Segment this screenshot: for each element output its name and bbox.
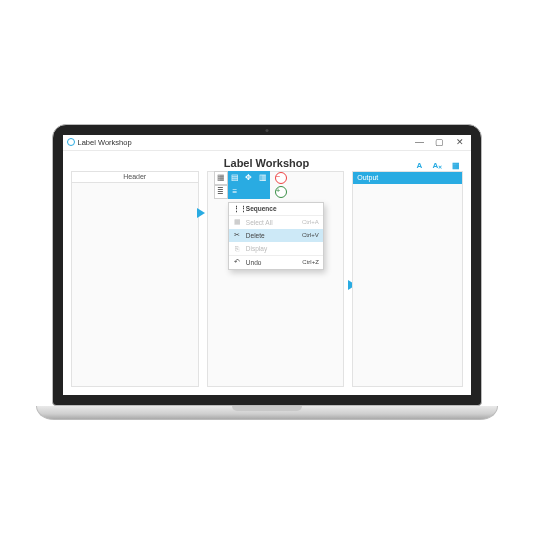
tool-wide-button[interactable] (242, 185, 270, 199)
menu-item-label: Undo (246, 259, 299, 266)
context-menu: ⋮⋮ Sequence ▦ Select All Ctrl+A ✂ Delete… (228, 202, 324, 270)
right-panel-header: Output (353, 172, 461, 184)
clear-format-button[interactable]: A✕ (431, 160, 445, 171)
tool-move-button[interactable]: ✥ (242, 171, 256, 185)
right-toolbar: A A✕ ▦ (413, 160, 463, 171)
tool-barcode-button[interactable]: ▤ (228, 171, 242, 185)
list-icon: ≣ (217, 187, 224, 196)
left-panel: Header (71, 171, 199, 387)
maximize-button[interactable]: ▢ (433, 137, 447, 147)
menu-item-shortcut: Ctrl+V (302, 232, 319, 238)
menu-item-delete[interactable]: ✂ Delete Ctrl+V (229, 229, 323, 242)
right-panel: A A✕ ▦ Output (352, 171, 462, 387)
close-button[interactable]: ✕ (453, 137, 467, 147)
layers-icon: ▥ (259, 173, 267, 182)
tool-layers-button[interactable]: ▥ (256, 171, 270, 185)
menu-item-shortcut: Ctrl+Z (302, 259, 319, 265)
tool-add-button[interactable]: + (274, 185, 288, 199)
layout-icon: ▦ (452, 161, 460, 170)
page-title: Label Workshop (63, 151, 471, 173)
menu-item-label: Select All (246, 219, 298, 226)
display-icon: ⎘ (233, 245, 242, 252)
tool-list-button[interactable]: ≣ (214, 185, 228, 199)
menu-item-display[interactable]: ⎘ Display (229, 242, 323, 255)
delete-icon: ✂ (233, 231, 242, 239)
screen-bezel: Label Workshop — ▢ ✕ Label Workshop Head… (52, 124, 482, 406)
x-icon: ✕ (438, 164, 442, 170)
arrow-right-icon (197, 208, 205, 218)
titlebar-left: Label Workshop (67, 138, 132, 147)
layout-button[interactable]: ▦ (449, 160, 463, 171)
move-icon: ✥ (245, 173, 252, 182)
laptop-mockup: Label Workshop — ▢ ✕ Label Workshop Head… (52, 124, 482, 420)
center-toolbar: ▦ ▤ ✥ ▥ − ≣ ≡ + (214, 171, 288, 199)
minus-circle-icon: − (275, 172, 287, 184)
font-button[interactable]: A (413, 160, 427, 171)
tool-grid-button[interactable]: ▦ (214, 171, 228, 185)
window-controls: — ▢ ✕ (413, 137, 467, 147)
app-icon (67, 138, 75, 146)
barcode-icon: ▤ (231, 173, 239, 182)
center-panel: ▦ ▤ ✥ ▥ − ≣ ≡ + (207, 171, 344, 387)
menu-item-label: Delete (246, 232, 298, 239)
tool-remove-button[interactable]: − (274, 171, 288, 185)
menu-item-shortcut: Ctrl+A (302, 219, 319, 225)
grid-icon: ▦ (217, 173, 225, 182)
left-panel-header: Header (71, 171, 199, 183)
font-icon: A (417, 161, 423, 170)
app-window: Label Workshop — ▢ ✕ Label Workshop Head… (63, 135, 471, 395)
laptop-base (36, 406, 498, 420)
plus-circle-icon: + (275, 186, 287, 198)
workspace: Header ▦ ▤ ✥ ▥ − ≣ ≡ (63, 171, 471, 395)
laptop-notch (232, 406, 302, 411)
menu-item-label: Display (246, 245, 315, 252)
minimize-button[interactable]: — (413, 137, 427, 147)
select-all-icon: ▦ (233, 218, 242, 226)
tool-text-button[interactable]: ≡ (228, 185, 242, 199)
titlebar: Label Workshop — ▢ ✕ (63, 135, 471, 151)
window-title: Label Workshop (78, 138, 132, 147)
menu-item-undo[interactable]: ↶ Undo Ctrl+Z (229, 256, 323, 269)
text-icon: ≡ (233, 187, 238, 196)
camera-dot (265, 129, 268, 132)
menu-item-select-all[interactable]: ▦ Select All Ctrl+A (229, 216, 323, 229)
context-menu-header: ⋮⋮ Sequence (229, 203, 323, 216)
undo-icon: ↶ (233, 258, 242, 266)
sequence-icon: ⋮⋮ (233, 205, 242, 213)
